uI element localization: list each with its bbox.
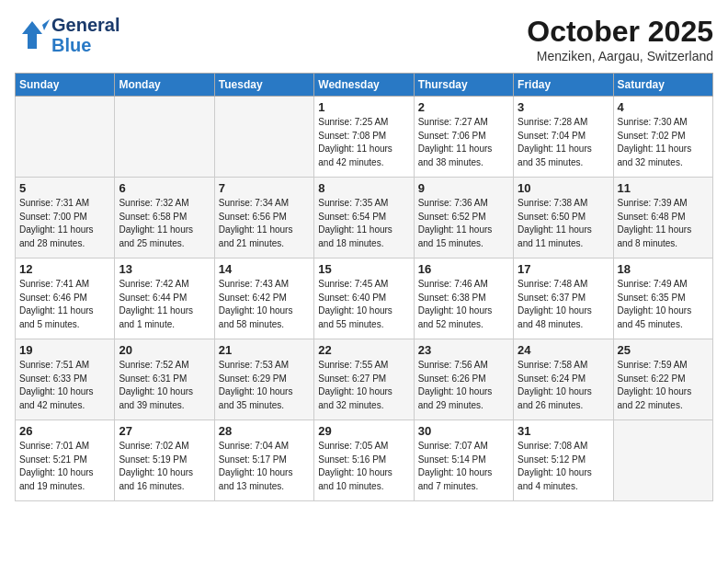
day-number: 30: [418, 424, 509, 438]
weekday-header-monday: Monday: [115, 74, 214, 97]
cell-content: Sunrise: 7:27 AMSunset: 7:06 PMDaylight:…: [418, 116, 509, 169]
day-number: 25: [618, 343, 709, 357]
calendar-cell: 26Sunrise: 7:01 AMSunset: 5:21 PMDayligh…: [16, 420, 115, 501]
calendar-cell: 27Sunrise: 7:02 AMSunset: 5:19 PMDayligh…: [115, 420, 214, 501]
cell-content: Sunrise: 7:31 AMSunset: 7:00 PMDaylight:…: [19, 197, 110, 250]
day-number: 16: [418, 262, 509, 276]
weekday-header-wednesday: Wednesday: [314, 74, 414, 97]
cell-content: Sunrise: 7:53 AMSunset: 6:29 PMDaylight:…: [219, 359, 310, 412]
calendar-cell: 1Sunrise: 7:25 AMSunset: 7:08 PMDaylight…: [314, 97, 414, 178]
day-number: 1: [318, 100, 409, 114]
weekday-header-saturday: Saturday: [613, 74, 712, 97]
calendar-cell: 30Sunrise: 7:07 AMSunset: 5:14 PMDayligh…: [414, 420, 513, 501]
day-number: 29: [318, 424, 409, 438]
day-number: 20: [119, 343, 210, 357]
cell-content: Sunrise: 7:35 AMSunset: 6:54 PMDaylight:…: [318, 197, 409, 250]
cell-content: Sunrise: 7:07 AMSunset: 5:14 PMDaylight:…: [418, 440, 509, 493]
calendar-cell: 22Sunrise: 7:55 AMSunset: 6:27 PMDayligh…: [314, 339, 414, 420]
cell-content: Sunrise: 7:32 AMSunset: 6:58 PMDaylight:…: [119, 197, 210, 250]
cell-content: Sunrise: 7:30 AMSunset: 7:02 PMDaylight:…: [618, 116, 709, 169]
day-number: 27: [119, 424, 210, 438]
cell-content: Sunrise: 7:49 AMSunset: 6:35 PMDaylight:…: [618, 278, 709, 331]
day-number: 11: [618, 181, 709, 195]
cell-content: Sunrise: 7:41 AMSunset: 6:46 PMDaylight:…: [19, 278, 110, 331]
calendar-cell: 16Sunrise: 7:46 AMSunset: 6:38 PMDayligh…: [414, 259, 513, 339]
calendar-cell: 11Sunrise: 7:39 AMSunset: 6:48 PMDayligh…: [613, 178, 712, 259]
calendar-cell: 15Sunrise: 7:45 AMSunset: 6:40 PMDayligh…: [314, 259, 414, 339]
day-number: 28: [219, 424, 310, 438]
cell-content: Sunrise: 7:05 AMSunset: 5:16 PMDaylight:…: [318, 440, 409, 493]
day-number: 10: [518, 181, 609, 195]
day-number: 26: [19, 424, 110, 438]
cell-content: Sunrise: 7:52 AMSunset: 6:31 PMDaylight:…: [119, 359, 210, 412]
weekday-header-row: SundayMondayTuesdayWednesdayThursdayFrid…: [16, 74, 713, 97]
cell-content: Sunrise: 7:43 AMSunset: 6:42 PMDaylight:…: [219, 278, 310, 331]
location: Menziken, Aargau, Switzerland: [527, 49, 713, 63]
cell-content: Sunrise: 7:56 AMSunset: 6:26 PMDaylight:…: [418, 359, 509, 412]
day-number: 22: [318, 343, 409, 357]
cell-content: Sunrise: 7:28 AMSunset: 7:04 PMDaylight:…: [518, 116, 609, 169]
week-row-5: 26Sunrise: 7:01 AMSunset: 5:21 PMDayligh…: [16, 420, 713, 501]
day-number: 2: [418, 100, 509, 114]
calendar-cell: 31Sunrise: 7:08 AMSunset: 5:12 PMDayligh…: [514, 420, 613, 501]
calendar-cell: 13Sunrise: 7:42 AMSunset: 6:44 PMDayligh…: [115, 259, 214, 339]
calendar-cell: 3Sunrise: 7:28 AMSunset: 7:04 PMDaylight…: [514, 97, 613, 178]
day-number: 21: [219, 343, 310, 357]
cell-content: Sunrise: 7:36 AMSunset: 6:52 PMDaylight:…: [418, 197, 509, 250]
calendar-cell: [115, 97, 214, 178]
weekday-header-thursday: Thursday: [414, 74, 513, 97]
day-number: 24: [518, 343, 609, 357]
cell-content: Sunrise: 7:45 AMSunset: 6:40 PMDaylight:…: [318, 278, 409, 331]
calendar-cell: 24Sunrise: 7:58 AMSunset: 6:24 PMDayligh…: [514, 339, 613, 420]
calendar-cell: 28Sunrise: 7:04 AMSunset: 5:17 PMDayligh…: [214, 420, 313, 501]
day-number: 3: [518, 100, 609, 114]
calendar-cell: 19Sunrise: 7:51 AMSunset: 6:33 PMDayligh…: [16, 339, 115, 420]
calendar-table: SundayMondayTuesdayWednesdayThursdayFrid…: [15, 73, 713, 501]
calendar-cell: 12Sunrise: 7:41 AMSunset: 6:46 PMDayligh…: [16, 259, 115, 339]
day-number: 8: [318, 181, 409, 195]
day-number: 23: [418, 343, 509, 357]
calendar-cell: 6Sunrise: 7:32 AMSunset: 6:58 PMDaylight…: [115, 178, 214, 259]
calendar-cell: 25Sunrise: 7:59 AMSunset: 6:22 PMDayligh…: [613, 339, 712, 420]
cell-content: Sunrise: 7:02 AMSunset: 5:19 PMDaylight:…: [119, 440, 210, 493]
calendar-cell: 9Sunrise: 7:36 AMSunset: 6:52 PMDaylight…: [414, 178, 513, 259]
day-number: 31: [518, 424, 609, 438]
svg-marker-0: [22, 21, 42, 49]
week-row-1: 1Sunrise: 7:25 AMSunset: 7:08 PMDaylight…: [16, 97, 713, 178]
cell-content: Sunrise: 7:34 AMSunset: 6:56 PMDaylight:…: [219, 197, 310, 250]
week-row-4: 19Sunrise: 7:51 AMSunset: 6:33 PMDayligh…: [16, 339, 713, 420]
calendar-cell: [613, 420, 712, 501]
calendar-cell: 7Sunrise: 7:34 AMSunset: 6:56 PMDaylight…: [214, 178, 313, 259]
day-number: 12: [19, 262, 110, 276]
calendar-cell: 5Sunrise: 7:31 AMSunset: 7:00 PMDaylight…: [16, 178, 115, 259]
cell-content: Sunrise: 7:55 AMSunset: 6:27 PMDaylight:…: [318, 359, 409, 412]
calendar-cell: [214, 97, 313, 178]
calendar-cell: 23Sunrise: 7:56 AMSunset: 6:26 PMDayligh…: [414, 339, 513, 420]
day-number: 19: [19, 343, 110, 357]
week-row-2: 5Sunrise: 7:31 AMSunset: 7:00 PMDaylight…: [16, 178, 713, 259]
cell-content: Sunrise: 7:48 AMSunset: 6:37 PMDaylight:…: [518, 278, 609, 331]
day-number: 7: [219, 181, 310, 195]
cell-content: Sunrise: 7:39 AMSunset: 6:48 PMDaylight:…: [618, 197, 709, 250]
calendar-cell: 8Sunrise: 7:35 AMSunset: 6:54 PMDaylight…: [314, 178, 414, 259]
cell-content: Sunrise: 7:42 AMSunset: 6:44 PMDaylight:…: [119, 278, 210, 331]
weekday-header-tuesday: Tuesday: [214, 74, 313, 97]
logo-blue: Blue: [51, 35, 119, 55]
calendar-cell: 2Sunrise: 7:27 AMSunset: 7:06 PMDaylight…: [414, 97, 513, 178]
day-number: 5: [19, 181, 110, 195]
weekday-header-sunday: Sunday: [16, 74, 115, 97]
day-number: 18: [618, 262, 709, 276]
day-number: 15: [318, 262, 409, 276]
cell-content: Sunrise: 7:58 AMSunset: 6:24 PMDaylight:…: [518, 359, 609, 412]
page-header: General Blue October 2025 Menziken, Aarg…: [15, 15, 713, 63]
day-number: 6: [119, 181, 210, 195]
day-number: 14: [219, 262, 310, 276]
calendar-cell: 17Sunrise: 7:48 AMSunset: 6:37 PMDayligh…: [514, 259, 613, 339]
calendar-cell: 20Sunrise: 7:52 AMSunset: 6:31 PMDayligh…: [115, 339, 214, 420]
week-row-3: 12Sunrise: 7:41 AMSunset: 6:46 PMDayligh…: [16, 259, 713, 339]
svg-marker-1: [42, 19, 50, 30]
calendar-cell: 14Sunrise: 7:43 AMSunset: 6:42 PMDayligh…: [214, 259, 313, 339]
cell-content: Sunrise: 7:01 AMSunset: 5:21 PMDaylight:…: [19, 440, 110, 493]
logo-icon: [15, 17, 50, 52]
weekday-header-friday: Friday: [514, 74, 613, 97]
